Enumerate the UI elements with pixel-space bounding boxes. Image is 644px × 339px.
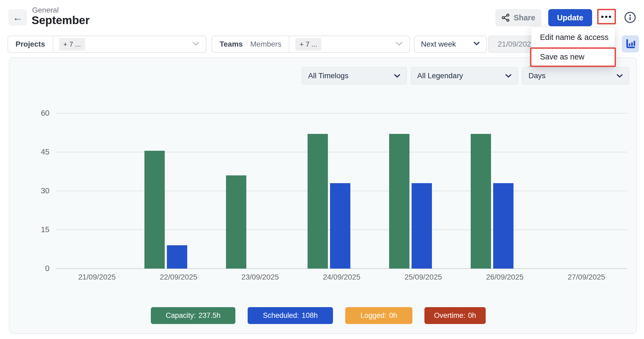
members-tab-label[interactable]: Members: [250, 40, 282, 48]
context-menu: Edit name & access Save as new: [531, 28, 615, 67]
resource-scheduler-page: ← General September Share Update ••• Pr: [0, 0, 644, 339]
legend-logged-label: Logged:: [361, 311, 387, 320]
legend-overtime-button[interactable]: Overtime: 0h: [424, 307, 486, 324]
share-button[interactable]: Share: [495, 9, 541, 26]
bar-chart-icon: [625, 38, 636, 50]
back-button[interactable]: ←: [8, 9, 27, 26]
legend-scheduled-value: 108h: [302, 311, 318, 320]
date-range-preset-dropdown[interactable]: Next week: [414, 36, 487, 53]
divider: [53, 36, 53, 52]
more-options-button[interactable]: •••: [597, 9, 616, 24]
chevron-down-icon: [192, 42, 200, 47]
legend-overtime-label: Overtime:: [434, 311, 465, 320]
chevron-down-icon: [505, 71, 512, 80]
menu-item-save-as-new[interactable]: Save as new: [531, 47, 615, 67]
legend-scheduled-label: Scheduled:: [263, 311, 299, 320]
bar-capacity-24/09/2025[interactable]: [308, 134, 328, 269]
gridline-60: [56, 113, 627, 114]
y-axis-tick-label: 30: [23, 186, 49, 195]
legend-overtime-value: 0h: [468, 311, 476, 320]
legend-capacity-button[interactable]: Capacity: 237.5h: [151, 307, 235, 324]
projects-selected-chip[interactable]: + 7 ...: [59, 38, 85, 51]
legend-logged-value: 0h: [389, 311, 397, 320]
legendary-dropdown[interactable]: All Legendary: [411, 67, 518, 84]
teams-selected-chip[interactable]: + 7 ...: [295, 38, 321, 51]
legend-scheduled-button[interactable]: Scheduled: 108h: [248, 307, 333, 324]
x-axis-label: 24/09/2025: [323, 273, 360, 281]
bar-capacity-23/09/2025[interactable]: [226, 175, 246, 269]
date-range-preset-value: Next week: [415, 40, 456, 48]
legend-logged-button[interactable]: Logged: 0h: [345, 307, 412, 324]
bar-scheduled-25/09/2025[interactable]: [412, 183, 432, 269]
menu-item-edit-name-access[interactable]: Edit name & access: [531, 28, 615, 47]
info-icon: [624, 11, 636, 24]
granularity-dropdown-value: Days: [528, 71, 546, 80]
chevron-down-icon: [616, 71, 623, 80]
bar-capacity-25/09/2025[interactable]: [389, 134, 409, 269]
projects-filter-label: Projects: [8, 40, 45, 48]
bar-capacity-26/09/2025[interactable]: [471, 134, 491, 269]
back-arrow-icon: ←: [13, 12, 23, 23]
timelogs-dropdown[interactable]: All Timelogs: [302, 67, 407, 84]
y-axis-tick-label: 60: [23, 109, 49, 118]
chart-view-button[interactable]: [622, 35, 639, 52]
teams-filter-dropdown[interactable]: Teams Members + 7 ...: [212, 36, 410, 53]
breadcrumb: General: [32, 6, 59, 14]
legend-capacity-label: Capacity:: [166, 311, 196, 320]
bar-capacity-22/09/2025[interactable]: [144, 151, 165, 269]
x-axis-label: 27/09/2025: [568, 273, 605, 281]
divider: [289, 36, 289, 52]
share-button-label: Share: [514, 13, 535, 22]
x-axis-label: 21/09/2025: [78, 273, 116, 281]
legend-capacity-value: 237.5h: [198, 311, 221, 320]
page-title: September: [32, 14, 90, 27]
legendary-dropdown-value: All Legendary: [417, 71, 463, 80]
chevron-down-icon: [395, 42, 403, 47]
share-icon: [501, 13, 510, 22]
projects-filter-dropdown[interactable]: Projects + 7 ...: [7, 36, 206, 53]
chevron-down-icon: [473, 42, 480, 47]
timelogs-dropdown-value: All Timelogs: [308, 71, 348, 80]
update-button[interactable]: Update: [548, 9, 592, 26]
chevron-down-icon: [394, 71, 400, 80]
x-axis-label: 26/09/2025: [486, 273, 523, 281]
x-axis-label: 22/09/2025: [160, 273, 197, 281]
granularity-dropdown[interactable]: Days: [522, 67, 629, 84]
bar-scheduled-26/09/2025[interactable]: [493, 183, 513, 269]
date-range-value: 21/09/202: [498, 40, 531, 48]
bar-scheduled-24/09/2025[interactable]: [330, 183, 350, 269]
y-axis-tick-label: 15: [23, 225, 49, 234]
y-axis-tick-label: 0: [23, 264, 49, 273]
x-axis-label: 25/09/2025: [404, 273, 442, 281]
bar-scheduled-22/09/2025[interactable]: [167, 245, 187, 269]
y-axis-tick-label: 45: [23, 148, 49, 156]
plot-area: 60453015021/09/202522/09/202523/09/20252…: [56, 113, 627, 269]
info-button[interactable]: [624, 11, 636, 24]
teams-tab-label[interactable]: Teams: [212, 40, 243, 48]
x-axis-label: 23/09/2025: [241, 273, 279, 281]
gridline-45: [56, 152, 627, 152]
